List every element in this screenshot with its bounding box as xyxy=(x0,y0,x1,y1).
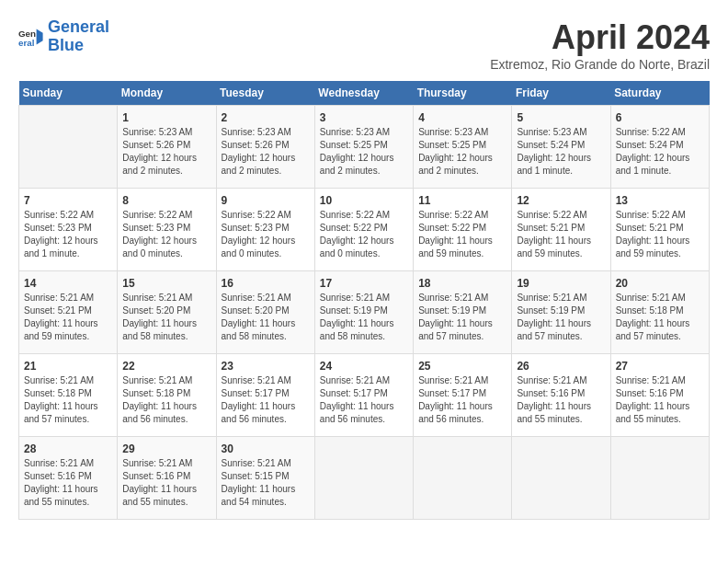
day-info: Sunrise: 5:22 AM Sunset: 5:23 PM Dayligh… xyxy=(24,209,112,260)
day-info: Sunrise: 5:21 AM Sunset: 5:19 PM Dayligh… xyxy=(418,292,506,343)
calendar-cell: 24Sunrise: 5:21 AM Sunset: 5:17 PM Dayli… xyxy=(314,354,413,437)
day-info: Sunrise: 5:22 AM Sunset: 5:22 PM Dayligh… xyxy=(320,209,408,260)
calendar-cell: 21Sunrise: 5:21 AM Sunset: 5:18 PM Dayli… xyxy=(19,354,118,437)
day-info: Sunrise: 5:21 AM Sunset: 5:18 PM Dayligh… xyxy=(122,374,210,426)
day-info: Sunrise: 5:21 AM Sunset: 5:17 PM Dayligh… xyxy=(320,374,408,426)
day-number: 18 xyxy=(418,277,506,290)
month-title: April 2024 xyxy=(490,18,710,57)
day-info: Sunrise: 5:22 AM Sunset: 5:23 PM Dayligh… xyxy=(222,209,310,260)
day-info: Sunrise: 5:23 AM Sunset: 5:24 PM Dayligh… xyxy=(517,126,605,178)
day-info: Sunrise: 5:21 AM Sunset: 5:19 PM Dayligh… xyxy=(320,292,408,343)
day-number: 7 xyxy=(24,194,112,207)
calendar-cell: 19Sunrise: 5:21 AM Sunset: 5:19 PM Dayli… xyxy=(512,271,610,354)
day-number: 14 xyxy=(24,277,112,290)
calendar-week-row: 28Sunrise: 5:21 AM Sunset: 5:16 PM Dayli… xyxy=(19,437,710,520)
calendar-cell: 12Sunrise: 5:22 AM Sunset: 5:21 PM Dayli… xyxy=(512,189,610,271)
day-number: 3 xyxy=(320,111,408,124)
day-info: Sunrise: 5:21 AM Sunset: 5:16 PM Dayligh… xyxy=(24,457,112,509)
day-of-week-header: Tuesday xyxy=(216,81,314,106)
day-info: Sunrise: 5:23 AM Sunset: 5:25 PM Dayligh… xyxy=(320,126,408,178)
calendar-cell: 2Sunrise: 5:23 AM Sunset: 5:26 PM Daylig… xyxy=(216,106,314,189)
day-info: Sunrise: 5:21 AM Sunset: 5:17 PM Dayligh… xyxy=(418,374,506,426)
day-number: 23 xyxy=(222,360,310,373)
day-number: 27 xyxy=(616,360,704,373)
day-number: 1 xyxy=(122,111,210,124)
day-info: Sunrise: 5:21 AM Sunset: 5:15 PM Dayligh… xyxy=(222,457,310,509)
day-info: Sunrise: 5:21 AM Sunset: 5:21 PM Dayligh… xyxy=(24,292,112,343)
day-of-week-header: Friday xyxy=(512,81,610,106)
day-number: 30 xyxy=(222,442,310,455)
day-number: 25 xyxy=(418,360,506,373)
day-number: 20 xyxy=(616,277,704,290)
day-info: Sunrise: 5:22 AM Sunset: 5:21 PM Dayligh… xyxy=(616,209,704,260)
day-info: Sunrise: 5:21 AM Sunset: 5:16 PM Dayligh… xyxy=(122,457,210,509)
calendar-cell: 28Sunrise: 5:21 AM Sunset: 5:16 PM Dayli… xyxy=(19,437,118,520)
day-info: Sunrise: 5:22 AM Sunset: 5:21 PM Dayligh… xyxy=(517,209,605,260)
calendar-cell: 16Sunrise: 5:21 AM Sunset: 5:20 PM Dayli… xyxy=(216,271,314,354)
day-of-week-header: Saturday xyxy=(610,81,709,106)
calendar-table: SundayMondayTuesdayWednesdayThursdayFrid… xyxy=(18,81,710,520)
calendar-cell xyxy=(610,437,709,520)
calendar-week-row: 7Sunrise: 5:22 AM Sunset: 5:23 PM Daylig… xyxy=(19,189,710,271)
day-number: 12 xyxy=(517,194,605,207)
calendar-cell: 4Sunrise: 5:23 AM Sunset: 5:25 PM Daylig… xyxy=(414,106,512,189)
day-number: 13 xyxy=(616,194,704,207)
calendar-cell: 23Sunrise: 5:21 AM Sunset: 5:17 PM Dayli… xyxy=(216,354,314,437)
day-of-week-header: Thursday xyxy=(414,81,512,106)
svg-text:eral: eral xyxy=(18,38,35,48)
day-number: 17 xyxy=(320,277,408,290)
calendar-cell: 13Sunrise: 5:22 AM Sunset: 5:21 PM Dayli… xyxy=(610,189,709,271)
logo-text: General Blue xyxy=(48,18,109,55)
calendar-cell: 8Sunrise: 5:22 AM Sunset: 5:23 PM Daylig… xyxy=(118,189,216,271)
calendar-body: 1Sunrise: 5:23 AM Sunset: 5:26 PM Daylig… xyxy=(19,106,710,520)
day-number: 8 xyxy=(122,194,210,207)
day-info: Sunrise: 5:21 AM Sunset: 5:19 PM Dayligh… xyxy=(517,292,605,343)
logo-icon: Gen eral xyxy=(18,24,44,50)
day-number: 16 xyxy=(222,277,310,290)
day-number: 19 xyxy=(517,277,605,290)
day-number: 5 xyxy=(517,111,605,124)
calendar-cell: 3Sunrise: 5:23 AM Sunset: 5:25 PM Daylig… xyxy=(314,106,413,189)
calendar-cell: 17Sunrise: 5:21 AM Sunset: 5:19 PM Dayli… xyxy=(314,271,413,354)
day-number: 2 xyxy=(222,111,310,124)
day-info: Sunrise: 5:21 AM Sunset: 5:18 PM Dayligh… xyxy=(24,374,112,426)
calendar-cell: 10Sunrise: 5:22 AM Sunset: 5:22 PM Dayli… xyxy=(314,189,413,271)
day-number: 21 xyxy=(24,360,112,373)
day-number: 6 xyxy=(616,111,704,124)
day-number: 24 xyxy=(320,360,408,373)
calendar-week-row: 14Sunrise: 5:21 AM Sunset: 5:21 PM Dayli… xyxy=(19,271,710,354)
logo: Gen eral General Blue xyxy=(18,18,109,55)
day-info: Sunrise: 5:23 AM Sunset: 5:26 PM Dayligh… xyxy=(222,126,310,178)
calendar-cell: 18Sunrise: 5:21 AM Sunset: 5:19 PM Dayli… xyxy=(414,271,512,354)
calendar-cell: 29Sunrise: 5:21 AM Sunset: 5:16 PM Dayli… xyxy=(118,437,216,520)
calendar-cell: 5Sunrise: 5:23 AM Sunset: 5:24 PM Daylig… xyxy=(512,106,610,189)
day-info: Sunrise: 5:21 AM Sunset: 5:16 PM Dayligh… xyxy=(616,374,704,426)
calendar-cell: 1Sunrise: 5:23 AM Sunset: 5:26 PM Daylig… xyxy=(118,106,216,189)
day-number: 9 xyxy=(222,194,310,207)
calendar-cell: 22Sunrise: 5:21 AM Sunset: 5:18 PM Dayli… xyxy=(118,354,216,437)
calendar-cell: 9Sunrise: 5:22 AM Sunset: 5:23 PM Daylig… xyxy=(216,189,314,271)
calendar-cell: 7Sunrise: 5:22 AM Sunset: 5:23 PM Daylig… xyxy=(19,189,118,271)
calendar-cell: 30Sunrise: 5:21 AM Sunset: 5:15 PM Dayli… xyxy=(216,437,314,520)
day-number: 26 xyxy=(517,360,605,373)
calendar-cell: 6Sunrise: 5:22 AM Sunset: 5:24 PM Daylig… xyxy=(610,106,709,189)
day-info: Sunrise: 5:23 AM Sunset: 5:26 PM Dayligh… xyxy=(122,126,210,178)
calendar-cell: 25Sunrise: 5:21 AM Sunset: 5:17 PM Dayli… xyxy=(414,354,512,437)
calendar-header-row: SundayMondayTuesdayWednesdayThursdayFrid… xyxy=(19,81,710,106)
calendar-week-row: 21Sunrise: 5:21 AM Sunset: 5:18 PM Dayli… xyxy=(19,354,710,437)
day-info: Sunrise: 5:21 AM Sunset: 5:17 PM Dayligh… xyxy=(222,374,310,426)
calendar-cell: 20Sunrise: 5:21 AM Sunset: 5:18 PM Dayli… xyxy=(610,271,709,354)
day-info: Sunrise: 5:21 AM Sunset: 5:20 PM Dayligh… xyxy=(122,292,210,343)
calendar-cell: 26Sunrise: 5:21 AM Sunset: 5:16 PM Dayli… xyxy=(512,354,610,437)
page-header: Gen eral General Blue April 2024 Extremo… xyxy=(18,18,710,72)
calendar-cell: 14Sunrise: 5:21 AM Sunset: 5:21 PM Dayli… xyxy=(19,271,118,354)
day-info: Sunrise: 5:21 AM Sunset: 5:16 PM Dayligh… xyxy=(517,374,605,426)
day-info: Sunrise: 5:22 AM Sunset: 5:23 PM Dayligh… xyxy=(122,209,210,260)
day-info: Sunrise: 5:22 AM Sunset: 5:24 PM Dayligh… xyxy=(616,126,704,178)
day-number: 22 xyxy=(122,360,210,373)
day-of-week-header: Monday xyxy=(118,81,216,106)
day-of-week-header: Wednesday xyxy=(314,81,413,106)
location-subtitle: Extremoz, Rio Grande do Norte, Brazil xyxy=(490,57,710,72)
day-info: Sunrise: 5:23 AM Sunset: 5:25 PM Dayligh… xyxy=(418,126,506,178)
calendar-week-row: 1Sunrise: 5:23 AM Sunset: 5:26 PM Daylig… xyxy=(19,106,710,189)
